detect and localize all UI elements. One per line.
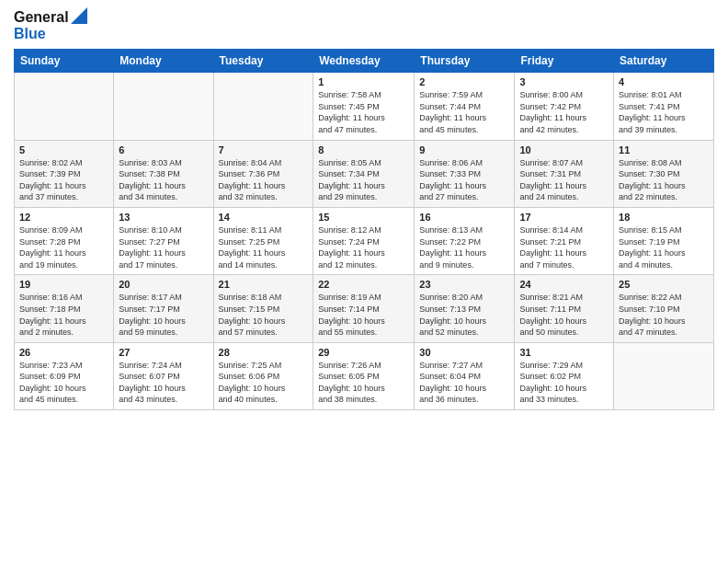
weekday-header-monday: Monday bbox=[114, 50, 213, 73]
calendar-cell: 27Sunrise: 7:24 AM Sunset: 6:07 PM Dayli… bbox=[114, 342, 213, 409]
day-number: 5 bbox=[19, 144, 108, 155]
day-info: Sunrise: 8:03 AM Sunset: 7:38 PM Dayligh… bbox=[119, 157, 208, 203]
day-info: Sunrise: 7:23 AM Sunset: 6:09 PM Dayligh… bbox=[19, 360, 108, 406]
calendar-cell: 1Sunrise: 7:58 AM Sunset: 7:45 PM Daylig… bbox=[313, 73, 415, 140]
day-info: Sunrise: 8:17 AM Sunset: 7:17 PM Dayligh… bbox=[119, 292, 208, 338]
day-number: 13 bbox=[119, 212, 208, 223]
day-number: 20 bbox=[119, 279, 208, 290]
day-info: Sunrise: 8:15 AM Sunset: 7:19 PM Dayligh… bbox=[619, 224, 709, 270]
calendar-cell: 25Sunrise: 8:22 AM Sunset: 7:10 PM Dayli… bbox=[614, 275, 714, 342]
day-number: 3 bbox=[519, 76, 609, 87]
day-info: Sunrise: 8:04 AM Sunset: 7:36 PM Dayligh… bbox=[219, 157, 309, 203]
logo: General Blue bbox=[14, 9, 87, 41]
calendar-cell: 15Sunrise: 8:12 AM Sunset: 7:24 PM Dayli… bbox=[313, 207, 415, 274]
calendar-page: General Blue SundayMondayTuesdayWednesda… bbox=[0, 0, 728, 563]
calendar-week-row: 5Sunrise: 8:02 AM Sunset: 7:39 PM Daylig… bbox=[15, 140, 714, 207]
day-number: 7 bbox=[219, 144, 309, 155]
logo-triangle-icon bbox=[71, 7, 87, 24]
calendar-cell: 4Sunrise: 8:01 AM Sunset: 7:41 PM Daylig… bbox=[614, 73, 714, 140]
logo-blue-text: Blue bbox=[14, 26, 87, 42]
weekday-header-row: SundayMondayTuesdayWednesdayThursdayFrid… bbox=[15, 50, 714, 73]
calendar-cell: 19Sunrise: 8:16 AM Sunset: 7:18 PM Dayli… bbox=[15, 275, 114, 342]
day-number: 11 bbox=[619, 144, 709, 155]
day-number: 15 bbox=[318, 212, 409, 223]
day-info: Sunrise: 8:10 AM Sunset: 7:27 PM Dayligh… bbox=[119, 224, 208, 270]
day-number: 22 bbox=[318, 279, 409, 290]
day-info: Sunrise: 8:02 AM Sunset: 7:39 PM Dayligh… bbox=[19, 157, 108, 203]
calendar-cell: 21Sunrise: 8:18 AM Sunset: 7:15 PM Dayli… bbox=[213, 275, 313, 342]
day-number: 1 bbox=[318, 76, 409, 87]
day-info: Sunrise: 7:26 AM Sunset: 6:05 PM Dayligh… bbox=[318, 360, 409, 406]
day-number: 12 bbox=[19, 212, 108, 223]
calendar-cell: 24Sunrise: 8:21 AM Sunset: 7:11 PM Dayli… bbox=[515, 275, 614, 342]
calendar-cell: 10Sunrise: 8:07 AM Sunset: 7:31 PM Dayli… bbox=[515, 140, 614, 207]
day-info: Sunrise: 7:58 AM Sunset: 7:45 PM Dayligh… bbox=[318, 89, 409, 135]
calendar-cell: 31Sunrise: 7:29 AM Sunset: 6:02 PM Dayli… bbox=[515, 342, 614, 409]
day-info: Sunrise: 8:20 AM Sunset: 7:13 PM Dayligh… bbox=[419, 292, 509, 338]
day-info: Sunrise: 8:12 AM Sunset: 7:24 PM Dayligh… bbox=[318, 224, 409, 270]
calendar-week-row: 26Sunrise: 7:23 AM Sunset: 6:09 PM Dayli… bbox=[15, 342, 714, 409]
day-number: 26 bbox=[19, 347, 108, 358]
day-number: 23 bbox=[419, 279, 509, 290]
calendar-cell: 14Sunrise: 8:11 AM Sunset: 7:25 PM Dayli… bbox=[213, 207, 313, 274]
day-info: Sunrise: 8:13 AM Sunset: 7:22 PM Dayligh… bbox=[419, 224, 509, 270]
day-number: 14 bbox=[219, 212, 309, 223]
day-info: Sunrise: 7:24 AM Sunset: 6:07 PM Dayligh… bbox=[119, 360, 208, 406]
calendar-cell bbox=[213, 73, 313, 140]
day-number: 18 bbox=[619, 212, 709, 223]
day-info: Sunrise: 8:18 AM Sunset: 7:15 PM Dayligh… bbox=[219, 292, 309, 338]
calendar-cell: 20Sunrise: 8:17 AM Sunset: 7:17 PM Dayli… bbox=[114, 275, 213, 342]
calendar-cell: 11Sunrise: 8:08 AM Sunset: 7:30 PM Dayli… bbox=[614, 140, 714, 207]
day-info: Sunrise: 8:16 AM Sunset: 7:18 PM Dayligh… bbox=[19, 292, 108, 338]
calendar-cell: 23Sunrise: 8:20 AM Sunset: 7:13 PM Dayli… bbox=[415, 275, 515, 342]
calendar-cell: 22Sunrise: 8:19 AM Sunset: 7:14 PM Dayli… bbox=[313, 275, 415, 342]
day-info: Sunrise: 8:19 AM Sunset: 7:14 PM Dayligh… bbox=[318, 292, 409, 338]
weekday-header-thursday: Thursday bbox=[415, 50, 515, 73]
calendar-cell: 29Sunrise: 7:26 AM Sunset: 6:05 PM Dayli… bbox=[313, 342, 415, 409]
day-number: 25 bbox=[619, 279, 709, 290]
day-number: 31 bbox=[519, 347, 609, 358]
day-number: 2 bbox=[419, 76, 509, 87]
day-info: Sunrise: 8:06 AM Sunset: 7:33 PM Dayligh… bbox=[419, 157, 509, 203]
day-info: Sunrise: 8:21 AM Sunset: 7:11 PM Dayligh… bbox=[519, 292, 609, 338]
day-info: Sunrise: 7:59 AM Sunset: 7:44 PM Dayligh… bbox=[419, 89, 509, 135]
calendar-cell bbox=[614, 342, 714, 409]
calendar-cell: 16Sunrise: 8:13 AM Sunset: 7:22 PM Dayli… bbox=[415, 207, 515, 274]
weekday-header-sunday: Sunday bbox=[15, 50, 114, 73]
calendar-cell: 18Sunrise: 8:15 AM Sunset: 7:19 PM Dayli… bbox=[614, 207, 714, 274]
day-info: Sunrise: 8:14 AM Sunset: 7:21 PM Dayligh… bbox=[519, 224, 609, 270]
calendar-cell: 17Sunrise: 8:14 AM Sunset: 7:21 PM Dayli… bbox=[515, 207, 614, 274]
calendar-cell: 2Sunrise: 7:59 AM Sunset: 7:44 PM Daylig… bbox=[415, 73, 515, 140]
day-info: Sunrise: 7:25 AM Sunset: 6:06 PM Dayligh… bbox=[219, 360, 309, 406]
calendar-cell: 6Sunrise: 8:03 AM Sunset: 7:38 PM Daylig… bbox=[114, 140, 213, 207]
day-info: Sunrise: 8:05 AM Sunset: 7:34 PM Dayligh… bbox=[318, 157, 409, 203]
calendar-cell: 8Sunrise: 8:05 AM Sunset: 7:34 PM Daylig… bbox=[313, 140, 415, 207]
weekday-header-wednesday: Wednesday bbox=[313, 50, 415, 73]
weekday-header-friday: Friday bbox=[515, 50, 614, 73]
calendar-cell: 26Sunrise: 7:23 AM Sunset: 6:09 PM Dayli… bbox=[15, 342, 114, 409]
day-info: Sunrise: 8:07 AM Sunset: 7:31 PM Dayligh… bbox=[519, 157, 609, 203]
calendar-week-row: 12Sunrise: 8:09 AM Sunset: 7:28 PM Dayli… bbox=[15, 207, 714, 274]
day-number: 10 bbox=[519, 144, 609, 155]
day-info: Sunrise: 8:09 AM Sunset: 7:28 PM Dayligh… bbox=[19, 224, 108, 270]
day-number: 8 bbox=[318, 144, 409, 155]
day-number: 28 bbox=[219, 347, 309, 358]
calendar-cell: 5Sunrise: 8:02 AM Sunset: 7:39 PM Daylig… bbox=[15, 140, 114, 207]
calendar-week-row: 19Sunrise: 8:16 AM Sunset: 7:18 PM Dayli… bbox=[15, 275, 714, 342]
calendar-cell: 3Sunrise: 8:00 AM Sunset: 7:42 PM Daylig… bbox=[515, 73, 614, 140]
day-number: 16 bbox=[419, 212, 509, 223]
day-info: Sunrise: 7:29 AM Sunset: 6:02 PM Dayligh… bbox=[519, 360, 609, 406]
day-number: 19 bbox=[19, 279, 108, 290]
day-number: 17 bbox=[519, 212, 609, 223]
calendar-cell: 7Sunrise: 8:04 AM Sunset: 7:36 PM Daylig… bbox=[213, 140, 313, 207]
day-info: Sunrise: 8:11 AM Sunset: 7:25 PM Dayligh… bbox=[219, 224, 309, 270]
day-number: 30 bbox=[419, 347, 509, 358]
calendar-cell bbox=[114, 73, 213, 140]
day-number: 21 bbox=[219, 279, 309, 290]
calendar-cell: 9Sunrise: 8:06 AM Sunset: 7:33 PM Daylig… bbox=[415, 140, 515, 207]
logo-general-text: General bbox=[14, 9, 69, 26]
weekday-header-saturday: Saturday bbox=[614, 50, 714, 73]
day-info: Sunrise: 8:08 AM Sunset: 7:30 PM Dayligh… bbox=[619, 157, 709, 203]
calendar-cell: 13Sunrise: 8:10 AM Sunset: 7:27 PM Dayli… bbox=[114, 207, 213, 274]
day-info: Sunrise: 8:22 AM Sunset: 7:10 PM Dayligh… bbox=[619, 292, 709, 338]
